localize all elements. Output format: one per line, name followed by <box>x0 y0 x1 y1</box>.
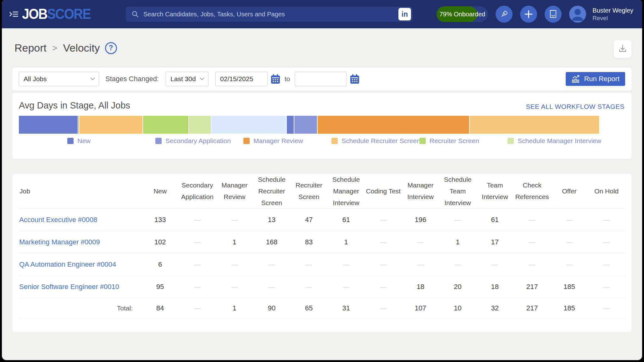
col-header-manager-review: Manager Review <box>216 174 253 209</box>
col-header-schedule-team-interview: Schedule Team Interview <box>439 174 476 209</box>
legend-swatch-icon <box>243 138 250 144</box>
cell-recruiter-screen: — <box>290 253 327 276</box>
cell-offer: — <box>551 231 588 253</box>
jobs-filter-value: All Jobs <box>24 75 47 83</box>
cell-manager-review: — <box>216 253 253 276</box>
cell-schedule-manager-interview: 1 <box>327 231 364 253</box>
app-window: JOBSCORE in 79% Onboarded <box>2 0 642 360</box>
job-link-marketing-manager-0009[interactable]: Marketing Manager #0009 <box>19 238 100 246</box>
global-search-bar[interactable]: in <box>126 7 413 22</box>
help-icon[interactable]: ? <box>105 42 117 54</box>
job-link-qa-automation-engineer-0004[interactable]: QA Automation Engineer #0004 <box>19 260 116 268</box>
search-input[interactable] <box>143 10 398 18</box>
cell-team-interview: 61 <box>476 209 514 231</box>
total-team-interview: 32 <box>476 298 514 319</box>
bar-segment-check-references <box>318 116 469 134</box>
customize-button[interactable] <box>496 6 513 23</box>
bar-segment-recruiter-screen <box>143 116 188 134</box>
cell-secondary-application: — <box>179 231 216 253</box>
job-link-senior-software-engineer-0010[interactable]: Senior Software Engineer #0010 <box>19 283 119 291</box>
date-range-select[interactable]: Last 30d <box>166 72 208 86</box>
cell-new: 133 <box>142 209 179 231</box>
cell-new: 6 <box>142 253 179 276</box>
onboarded-pill[interactable]: 79% Onboarded <box>436 6 488 22</box>
total-offer: 185 <box>551 298 588 319</box>
breadcrumb-separator: > <box>52 43 58 53</box>
table-header-row: JobNewSecondary ApplicationManager Revie… <box>19 174 625 209</box>
total-schedule-manager-interview: 31 <box>327 298 364 319</box>
hamburger-collapse-icon <box>9 9 19 19</box>
cell-manager-interview: 18 <box>402 276 439 298</box>
job-link-account-executive-0008[interactable]: Account Executive #0008 <box>19 216 97 224</box>
table-row: QA Automation Engineer #00046———————————… <box>19 253 625 276</box>
date-from-calendar-button[interactable] <box>271 74 280 84</box>
bar-segment-offer <box>470 116 599 134</box>
bar-segment-team-interview <box>294 116 317 134</box>
chevron-down-icon <box>200 77 204 81</box>
table-total-row: Total:84—1906531—1071032217185— <box>19 298 625 319</box>
stages-changed-label: Stages Changed: <box>105 75 159 83</box>
col-header-schedule-recruiter-screen: Schedule Recruiter Screen <box>253 174 290 209</box>
avg-days-stacked-bar <box>19 116 599 134</box>
table-row: Account Executive #0008133——134761—196—6… <box>19 209 625 231</box>
user-company: Revel <box>592 14 633 22</box>
total-manager-interview: 107 <box>402 298 439 319</box>
legend-swatch-icon <box>67 138 74 144</box>
cell-schedule-manager-interview: 61 <box>327 209 364 231</box>
legend-label: Schedule Manager Interview <box>518 137 601 145</box>
bar-segment-new <box>19 116 78 134</box>
feedback-button[interactable] <box>545 6 562 23</box>
velocity-table: JobNewSecondary ApplicationManager Revie… <box>19 174 625 319</box>
chat-bubble-icon <box>549 9 558 19</box>
total-recruiter-screen: 65 <box>290 298 327 319</box>
plus-icon <box>524 9 533 19</box>
paintbrush-icon <box>500 10 508 19</box>
date-to-input[interactable] <box>295 72 347 86</box>
cell-schedule-team-interview: — <box>439 253 476 276</box>
cell-offer: — <box>551 209 588 231</box>
breadcrumb-section[interactable]: Report <box>14 42 47 54</box>
legend-item-new: New <box>67 137 155 145</box>
date-to-calendar-button[interactable] <box>350 74 359 84</box>
download-report-button[interactable] <box>614 40 631 58</box>
cell-on-hold: — <box>588 253 625 276</box>
cell-check-references: — <box>514 231 551 253</box>
legend-swatch-icon <box>331 138 338 144</box>
user-name: Buster Wegley <box>592 6 633 14</box>
cell-on-hold: — <box>588 209 625 231</box>
col-header-offer: Offer <box>551 174 588 209</box>
navbar-right-cluster: 79% Onboarded <box>436 0 633 28</box>
jobs-filter-select[interactable]: All Jobs <box>19 72 99 86</box>
table-row: Senior Software Engineer #001095——————18… <box>19 276 625 298</box>
cell-coding-test: — <box>365 231 402 253</box>
table-body: Account Executive #0008133——134761—196—6… <box>19 209 625 319</box>
person-icon <box>569 6 586 23</box>
jobscore-logo[interactable]: JOBSCORE <box>22 4 91 23</box>
bar-segment-schedule-recruiter-screen <box>80 116 142 134</box>
cell-manager-interview: — <box>402 253 439 276</box>
page-title: Velocity <box>63 42 100 54</box>
cell-check-references: 217 <box>514 276 551 298</box>
see-all-workflow-stages-link[interactable]: SEE ALL WORKFLOW STAGES <box>526 103 625 110</box>
col-header-job: Job <box>19 174 142 209</box>
col-header-on-hold: On Hold <box>588 174 625 209</box>
cell-secondary-application: — <box>179 253 216 276</box>
legend-label: Manager Review <box>253 137 303 145</box>
add-new-button[interactable] <box>520 6 537 23</box>
col-header-secondary-application: Secondary Application <box>179 174 216 209</box>
legend-swatch-icon <box>419 138 426 144</box>
cell-coding-test: — <box>365 276 402 298</box>
cell-secondary-application: — <box>179 276 216 298</box>
linkedin-icon[interactable]: in <box>398 8 411 20</box>
user-avatar[interactable] <box>569 6 586 23</box>
sidebar-toggle-button[interactable] <box>9 9 19 19</box>
logo-part-job: JOB <box>22 6 47 22</box>
run-report-button[interactable]: Run Report <box>566 72 625 86</box>
legend-item-schedule-recruiter-screen: Schedule Recruiter Screen <box>331 137 419 145</box>
bar-segment-manager-interview <box>211 116 286 134</box>
bar-segment-schedule-team-interview <box>287 116 294 134</box>
legend-item-manager-review: Manager Review <box>243 137 331 145</box>
cell-schedule-recruiter-screen: 13 <box>253 209 290 231</box>
date-from-input[interactable] <box>215 72 268 86</box>
col-header-check-references: Check References <box>514 174 551 209</box>
